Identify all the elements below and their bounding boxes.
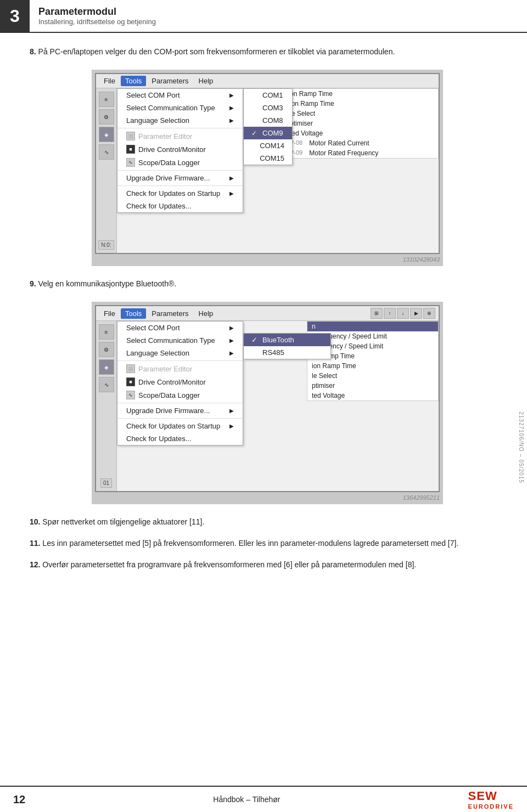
bt-submenu: ✓ BlueTooth RS485 bbox=[243, 333, 331, 359]
menu-param-editor-1: ▤ Parameter Editor bbox=[117, 129, 243, 143]
com14[interactable]: COM14 bbox=[244, 139, 292, 152]
param-item-le: le Select bbox=[307, 371, 438, 381]
menu-drive-control-1[interactable]: ■ Drive Control/Monitor bbox=[117, 143, 243, 156]
menu-check-updates-1[interactable]: Check for Updates... bbox=[117, 200, 243, 212]
toolbar-icon-2e[interactable]: ⊕ bbox=[423, 308, 435, 319]
screenshot2-id: 13642995211 bbox=[95, 494, 440, 501]
content-area: 8. På PC-en/laptopen velger du den COM-p… bbox=[0, 33, 527, 584]
menu-file-2[interactable]: File bbox=[99, 308, 120, 319]
toolbar-icon-2d[interactable]: ▶ bbox=[410, 308, 422, 319]
screenshot1: File Tools Parameters Help ≡ ⚙ ◈ ∿ N:0: bbox=[92, 70, 443, 266]
menu-tools-2[interactable]: Tools bbox=[121, 308, 146, 319]
param-row: ion Ramp Time bbox=[285, 99, 438, 109]
param-row: ted Voltage bbox=[285, 128, 438, 138]
menu-upgrade-2[interactable]: Upgrade Drive Firmware...▶ bbox=[117, 404, 243, 417]
menu-select-comm-type-1[interactable]: Select Communication Type▶ bbox=[117, 101, 243, 114]
menu-drive-control-2[interactable]: ■ Drive Control/Monitor bbox=[117, 375, 243, 388]
section-8-number: 8. bbox=[30, 47, 36, 56]
menu-language-2[interactable]: Language Selection▶ bbox=[117, 347, 243, 359]
section-11-text: Les inn parametersettet med [5] på frekv… bbox=[42, 539, 458, 548]
screenshot2: File Tools Parameters Help ⊞ ↑ ↓ ▶ ⊕ bbox=[92, 302, 443, 504]
param-editor-icon-1: ▤ bbox=[126, 132, 135, 140]
param-row: ptimiser bbox=[285, 119, 438, 128]
params-bg-1: on Ramp Time ion Ramp Time le Select pti… bbox=[285, 88, 439, 159]
sidebar-icon-4: ∿ bbox=[99, 144, 114, 160]
sidebar-icon-1: ≡ bbox=[99, 92, 114, 107]
menu-language-1[interactable]: Language Selection▶ bbox=[117, 114, 243, 127]
sew-brand: SEW bbox=[468, 789, 514, 803]
menu-select-com-2[interactable]: Select COM Port▶ bbox=[117, 322, 243, 334]
menu-tools-1[interactable]: Tools bbox=[121, 76, 146, 86]
sew-logo: SEW EURODRIVE bbox=[468, 789, 514, 810]
menu-scope-2[interactable]: ∿ Scope/Data Logger bbox=[117, 388, 243, 402]
param-row: on Ramp Time bbox=[285, 89, 438, 99]
sidebar-icon-3: ◈ bbox=[99, 127, 114, 142]
menu-help-1[interactable]: Help bbox=[194, 76, 218, 86]
menu-file-1[interactable]: File bbox=[99, 76, 120, 86]
drive-control-icon-1: ■ bbox=[126, 145, 135, 154]
menu-upgrade-1[interactable]: Upgrade Drive Firmware...▶ bbox=[117, 172, 243, 184]
chapter-subtitle: Installering, idriftsettelse og betjenin… bbox=[38, 18, 156, 26]
toolbar-icon-2c[interactable]: ↓ bbox=[397, 308, 409, 319]
section-10: 10. Spør nettverket om tilgjengelige akt… bbox=[30, 516, 505, 528]
com8[interactable]: COM8 bbox=[244, 114, 292, 127]
separator bbox=[117, 170, 243, 171]
toolbar-icon-2a[interactable]: ⊞ bbox=[371, 308, 383, 319]
section-10-number: 10. bbox=[30, 517, 40, 526]
nox-label: N:0: bbox=[98, 240, 114, 250]
param-row: P-09Motor Rated Frequency bbox=[285, 148, 438, 158]
drive-control-icon-2: ■ bbox=[126, 377, 135, 386]
com15[interactable]: COM15 bbox=[244, 152, 292, 165]
section-8-text: På PC-en/laptopen velger du den COM-port… bbox=[38, 47, 395, 56]
menu-check-updates-2[interactable]: Check for Updates... bbox=[117, 432, 243, 445]
footer-label: Håndbok – Tilhehør bbox=[213, 795, 280, 804]
separator bbox=[117, 185, 243, 186]
sidebar2-icon-3: ◈ bbox=[99, 359, 114, 375]
menu-select-com-1[interactable]: Select COM Port▶ bbox=[117, 89, 243, 101]
separator bbox=[117, 403, 243, 403]
tools-dropdown-2: Select COM Port▶ Select Communication Ty… bbox=[117, 321, 243, 446]
sidebar2-icon-2: ⚙ bbox=[99, 342, 114, 357]
eurodrive-text: EURODRIVE bbox=[468, 803, 514, 810]
menu-check-startup-1[interactable]: Check for Updates on Startup▶ bbox=[117, 187, 243, 200]
menu-parameters-2[interactable]: Parameters bbox=[147, 308, 193, 319]
page-header: 3 Parametermodul Installering, idriftset… bbox=[0, 0, 527, 33]
separator bbox=[117, 128, 243, 128]
footer-page-num: 12 bbox=[13, 793, 25, 806]
param-item-opt: ptimiser bbox=[307, 381, 438, 391]
section-11-number: 11. bbox=[30, 539, 40, 548]
com9[interactable]: ✓COM9 bbox=[244, 127, 292, 139]
side-label: 21327106/NO – 05/2015 bbox=[515, 110, 527, 785]
com1[interactable]: COM1 bbox=[244, 89, 292, 101]
chapter-number: 3 bbox=[0, 0, 30, 32]
com3[interactable]: COM3 bbox=[244, 101, 292, 114]
screenshot1-id: 13102428043 bbox=[95, 256, 440, 263]
param-row: le Select bbox=[285, 109, 438, 119]
bt-check: ✓ bbox=[251, 336, 259, 344]
menu-param-editor-2: ▤ Parameter Editor bbox=[117, 362, 243, 375]
param-item-n: n bbox=[307, 322, 438, 331]
section-9-number: 9. bbox=[30, 279, 36, 288]
menu-check-startup-2[interactable]: Check for Updates on Startup▶ bbox=[117, 420, 243, 432]
bt-item-rs485[interactable]: RS485 bbox=[244, 346, 330, 359]
section-12: 12. Overfør parametersettet fra programv… bbox=[30, 559, 505, 571]
section-9: 9. Velg en kommunikasjontype Bluetooth®. bbox=[30, 278, 505, 290]
section-9-text: Velg en kommunikasjontype Bluetooth®. bbox=[38, 279, 177, 288]
scope-icon-1: ∿ bbox=[126, 158, 135, 167]
menu-help-2[interactable]: Help bbox=[194, 308, 218, 319]
section-11: 11. Les inn parametersettet med [5] på f… bbox=[30, 538, 505, 549]
section-12-text: Overfør parametersettet fra programvare … bbox=[42, 560, 416, 569]
menu-scope-1[interactable]: ∿ Scope/Data Logger bbox=[117, 156, 243, 169]
com-submenu-1: COM1 COM3 COM8 ✓COM9 COM14 COM15 bbox=[243, 88, 293, 165]
bt-item-bluetooth[interactable]: ✓ BlueTooth bbox=[244, 334, 330, 346]
chapter-info: Parametermodul Installering, idriftsette… bbox=[30, 0, 165, 32]
scope-icon-2: ∿ bbox=[126, 391, 135, 399]
separator bbox=[117, 418, 243, 419]
side-label-text: 21327106/NO – 05/2015 bbox=[518, 411, 524, 483]
menu-parameters-1[interactable]: Parameters bbox=[147, 76, 193, 86]
toolbar-icon-2b[interactable]: ↑ bbox=[384, 308, 396, 319]
menu-select-comm-type-2[interactable]: Select Communication Type▶ bbox=[117, 334, 243, 347]
nox2-label: 01 bbox=[100, 478, 112, 488]
section-8: 8. På PC-en/laptopen velger du den COM-p… bbox=[30, 46, 505, 58]
screenshot2-container: File Tools Parameters Help ⊞ ↑ ↓ ▶ ⊕ bbox=[30, 302, 505, 504]
